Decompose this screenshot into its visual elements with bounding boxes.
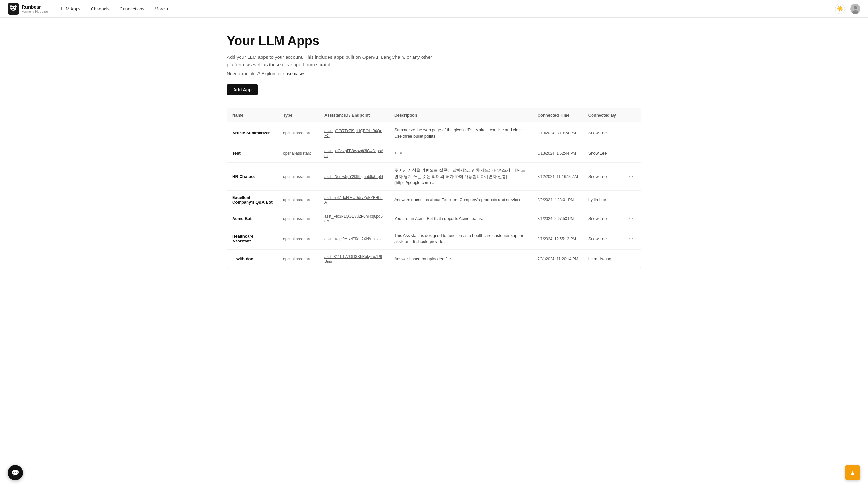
theme-toggle-button[interactable]: ☀️ — [835, 4, 845, 14]
endpoint-link[interactable]: asst_ukqlb9AIyzEKeL7XNVIhuzjz — [324, 237, 381, 241]
app-type: openai-assistant — [283, 216, 311, 221]
nav-right: ☀️ — [835, 4, 860, 14]
app-name: Excellent Company's Q&A Bot — [232, 195, 273, 205]
connected-by: Snow Lee — [588, 130, 607, 135]
app-name: HR Chatbot — [232, 174, 255, 179]
connected-time: 7/31/2024, 11:20:14 PM — [537, 257, 578, 261]
connected-by: Snow Lee — [588, 174, 607, 179]
app-name: …with doc — [232, 256, 253, 261]
app-description: 주어진 지식을 기반으로 질문에 답하세요. 연차 제도: - 당겨쓰기: 내년… — [394, 168, 525, 185]
add-app-button[interactable]: Add App — [227, 84, 258, 95]
chevron-down-icon: ▾ — [167, 7, 168, 10]
col-header-action — [621, 108, 641, 122]
app-type: openai-assistant — [283, 237, 311, 241]
endpoint-link[interactable]: asst_5pI7TlxHfHUDdr7ZpBZBHhuA — [324, 195, 382, 205]
endpoint-link[interactable]: asst_pOf8RTxZiSipHQBOIHB6QpFQ — [324, 129, 382, 138]
table-row: Healthcare Assistant openai-assistant as… — [227, 228, 641, 249]
app-type: openai-assistant — [283, 151, 311, 156]
nav-channels[interactable]: Channels — [91, 5, 110, 13]
col-header-connby: Connected By — [583, 108, 621, 122]
connected-by: Lydia Lee — [588, 197, 606, 202]
svg-point-3 — [14, 7, 15, 8]
app-type: openai-assistant — [283, 175, 311, 179]
col-header-description: Description — [389, 108, 532, 122]
navbar: Runbear Formerly PlugBear LLM Apps Chann… — [0, 0, 868, 18]
page-title: Your LLM Apps — [227, 33, 641, 48]
row-action-button[interactable]: ··· — [626, 214, 636, 223]
connected-by: Liam Hwang — [588, 256, 611, 261]
endpoint-link[interactable]: asst_Pfc3P1QGEVu2P6hFcq8pd5eA — [324, 214, 382, 223]
connected-time: 8/2/2024, 4:28:01 PM — [537, 197, 574, 202]
endpoint-link[interactable]: asst_phGezpFB8cy4q83iCw8qpsAm — [324, 149, 383, 158]
row-action-button[interactable]: ··· — [626, 149, 636, 157]
table-body: Article Summarizer openai-assistant asst… — [227, 122, 641, 268]
row-action-button[interactable]: ··· — [626, 129, 636, 137]
row-action-button[interactable]: ··· — [626, 196, 636, 204]
brand-sub: Formerly PlugBear — [22, 10, 48, 14]
app-type: openai-assistant — [283, 197, 311, 202]
app-description: You are an Acme Bot that supports Acme t… — [394, 216, 483, 221]
row-action-button[interactable]: ··· — [626, 255, 636, 263]
svg-point-6 — [14, 5, 17, 7]
nav-more[interactable]: More ▾ — [155, 5, 168, 13]
brand-name: Runbear — [22, 4, 48, 10]
app-name: Test — [232, 151, 241, 156]
app-description: Answers questions about Excellent Compan… — [394, 197, 523, 202]
connected-by: Snow Lee — [588, 236, 607, 241]
svg-point-5 — [10, 5, 12, 7]
table-row: HR Chatbot openai-assistant asst_tNcmw5p… — [227, 163, 641, 191]
app-description: Answer based on uploaded file — [394, 256, 451, 261]
main-content: Your LLM Apps Add your LLM apps to your … — [212, 18, 656, 284]
svg-point-4 — [12, 8, 14, 9]
connected-time: 8/1/2024, 12:55:12 PM — [537, 237, 576, 241]
avatar-image — [850, 4, 860, 14]
svg-point-2 — [11, 7, 13, 8]
table-row: Article Summarizer openai-assistant asst… — [227, 122, 641, 144]
table-row: Test openai-assistant asst_phGezpFB8cy4q… — [227, 144, 641, 163]
table-row: …with doc openai-assistant asst_841U17ZO… — [227, 249, 641, 268]
table-row: Acme Bot openai-assistant asst_Pfc3P1QGE… — [227, 209, 641, 228]
endpoint-link[interactable]: asst_tNcmw5pY2I3ft9gnnb6xCIpG — [324, 175, 383, 179]
app-description: Test — [394, 151, 402, 155]
app-type: openai-assistant — [283, 131, 311, 135]
app-name: Article Summarizer — [232, 130, 270, 135]
connected-by: Snow Lee — [588, 151, 607, 156]
connected-time: 8/13/2024, 3:13:24 PM — [537, 131, 576, 135]
connected-time: 8/1/2024, 2:07:53 PM — [537, 216, 574, 221]
apps-table-container: Name Type Assistant ID / Endpoint Descri… — [227, 108, 641, 269]
brand[interactable]: Runbear Formerly PlugBear — [8, 3, 48, 14]
connected-by: Snow Lee — [588, 216, 607, 221]
app-description: Summarize the web page of the given URL.… — [394, 127, 523, 139]
row-action-button[interactable]: ··· — [626, 172, 636, 180]
svg-point-8 — [854, 6, 857, 9]
col-header-name: Name — [227, 108, 278, 122]
nav-connections[interactable]: Connections — [120, 5, 145, 13]
use-cases-link[interactable]: use cases — [285, 71, 305, 76]
table-row: Excellent Company's Q&A Bot openai-assis… — [227, 190, 641, 209]
col-header-endpoint: Assistant ID / Endpoint — [319, 108, 389, 122]
apps-table: Name Type Assistant ID / Endpoint Descri… — [227, 108, 641, 268]
col-header-time: Connected Time — [532, 108, 583, 122]
page-examples: Need examples? Explore our use cases. — [227, 71, 641, 76]
brand-logo-icon — [8, 3, 19, 14]
app-description: This Assistant is designed to function a… — [394, 233, 525, 244]
connected-time: 8/13/2024, 1:52:44 PM — [537, 151, 576, 156]
endpoint-link[interactable]: asst_841U17ZODSXhRqkyLgZP9Sms — [324, 254, 382, 264]
page-description: Add your LLM apps to your account. This … — [227, 53, 437, 69]
avatar[interactable] — [850, 4, 860, 14]
connected-time: 8/12/2024, 11:16:16 AM — [537, 175, 578, 179]
nav-llm-apps[interactable]: LLM Apps — [61, 5, 81, 13]
app-name: Acme Bot — [232, 216, 252, 221]
row-action-button[interactable]: ··· — [626, 235, 636, 243]
col-header-type: Type — [278, 108, 319, 122]
app-type: openai-assistant — [283, 257, 311, 261]
table-header: Name Type Assistant ID / Endpoint Descri… — [227, 108, 641, 122]
app-name: Healthcare Assistant — [232, 234, 253, 243]
